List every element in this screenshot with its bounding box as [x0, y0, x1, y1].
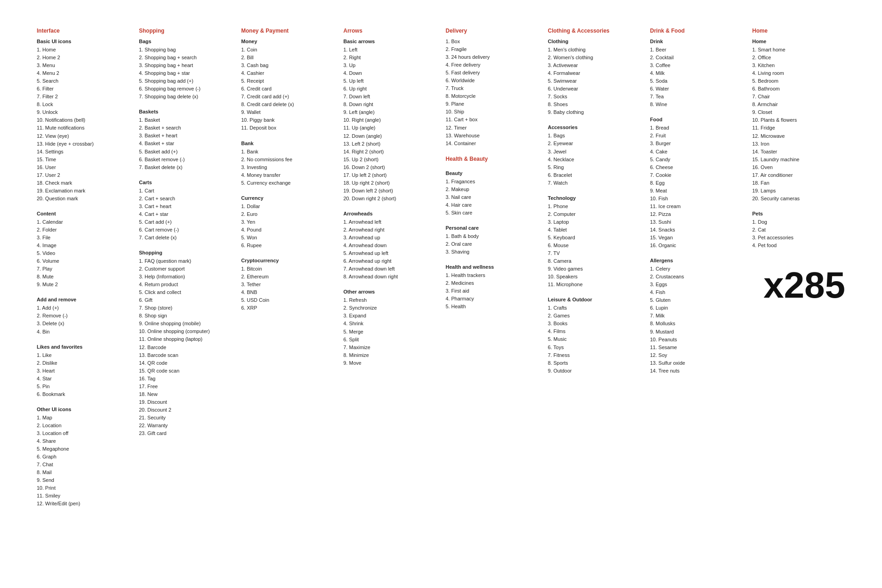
list-item: 7. Cookie	[650, 171, 743, 179]
list-item: 2. Ethereum	[241, 273, 334, 281]
list-item: 4. BNB	[241, 288, 334, 296]
list-item: 2. Computer	[548, 210, 641, 218]
list-item: 1. Fragances	[446, 178, 539, 186]
list-item: 16. User	[37, 164, 130, 171]
list-item: 2. Women's clothing	[548, 54, 641, 62]
list-item: 4. Cart + star	[139, 210, 232, 218]
column-7: HomeHome1. Smart home2. Office3. Kitchen…	[752, 28, 846, 516]
list-item: 6. Graph	[37, 453, 130, 461]
section-3-2: Other arrows1. Refresh2. Synchronize3. E…	[344, 289, 437, 367]
list-item: 7. Chair	[752, 93, 846, 101]
list-item: 1. Men's clothing	[548, 46, 641, 54]
list-item: 8. Mute	[37, 273, 130, 281]
list-item: 7. Basket delete (x)	[139, 164, 232, 171]
list-item: 3. Basket + heart	[139, 132, 232, 140]
item-list-5-3: 1. Crafts2. Games3. Books4. Films5. Musi…	[548, 304, 641, 374]
item-list-1-2: 1. Cart2. Cart + search3. Cart + heart4.…	[139, 187, 232, 242]
list-item: 9. Left (angle)	[344, 108, 437, 116]
item-list-5-0: 1. Men's clothing2. Women's clothing3. A…	[548, 46, 641, 116]
section-title-5-3: Leisure & Outdoor	[548, 297, 641, 302]
category-title-4: Delivery	[446, 28, 539, 34]
list-item: 6. Bookmark	[37, 390, 130, 398]
list-item: 3. Laptop	[548, 218, 641, 226]
section-5-2: Technology1. Phone2. Computer3. Laptop4.…	[548, 195, 641, 289]
section-title-6-2: Allergens	[650, 258, 743, 263]
section-title-5-0: Clothing	[548, 39, 641, 44]
list-item: 3. Kitchen	[752, 62, 846, 69]
list-item: 19. Discount	[139, 398, 232, 406]
list-item: 4. Living room	[752, 69, 846, 77]
list-item: 22. Warranty	[139, 422, 232, 430]
item-list-2-3: 1. Bitcoin2. Ethereum3. Tether4. BNB5. U…	[241, 265, 334, 312]
list-item: 9. Closet	[752, 108, 846, 116]
column-5: Clothing & AccessoriesClothing1. Men's c…	[548, 28, 641, 516]
list-item: 7. Socks	[548, 93, 641, 101]
list-item: 14. Toaster	[752, 148, 846, 156]
list-item: 4. Image	[37, 242, 130, 249]
list-item: 3. Pet accessories	[752, 234, 846, 242]
list-item: 2. Remove (-)	[37, 312, 130, 320]
list-item: 3. Activewear	[548, 62, 641, 69]
list-item: 12. Soy	[650, 351, 743, 359]
list-item: 1. Celery	[650, 265, 743, 273]
list-item: 6. Cart remove (-)	[139, 226, 232, 234]
list-item: 5. Arrowhead up left	[344, 249, 437, 257]
item-list-3-2: 1. Refresh2. Synchronize3. Expand4. Shri…	[344, 296, 437, 367]
list-item: 7. Tea	[650, 93, 743, 101]
list-item: 10. Peanuts	[650, 336, 743, 344]
item-list-6-1: 1. Bread2. Fruit3. Burger4. Cake5. Candy…	[650, 124, 743, 249]
list-item: 7. Shop (store)	[139, 304, 232, 312]
list-item: 5. Health	[446, 303, 539, 311]
list-item: 12. View (eye)	[37, 132, 130, 140]
section-1-0: Bags1. Shopping bag2. Shopping bag + sea…	[139, 39, 232, 101]
list-item: 6. Credit card	[241, 85, 334, 93]
list-item: 8. Down right	[344, 101, 437, 108]
list-item: 3. 24 hours delivery	[446, 53, 539, 61]
list-item: 3. Tether	[241, 281, 334, 288]
column-1: ShoppingBags1. Shopping bag2. Shopping b…	[139, 28, 232, 516]
section-4-2: Beauty1. Fragances2. Makeup3. Nail care4…	[446, 170, 539, 217]
list-item: 4. Films	[548, 328, 641, 335]
list-item: 13. Barcode scan	[139, 351, 232, 359]
section-5-3: Leisure & Outdoor1. Crafts2. Games3. Boo…	[548, 297, 641, 374]
list-item: 4. Milk	[650, 69, 743, 77]
list-item: 1. Bank	[241, 148, 334, 156]
item-list-4-3: 1. Bath & body2. Oral care3. Shaving	[446, 232, 539, 256]
list-item: 7. Shopping bag delete (x)	[139, 93, 232, 101]
list-item: 4. Cake	[650, 148, 743, 156]
section-title-4-4: Health and wellness	[446, 264, 539, 270]
section-4-3: Personal care1. Bath & body2. Oral care3…	[446, 225, 539, 256]
list-item: 14. Snacks	[650, 226, 743, 234]
list-item: 6. Bracelet	[548, 171, 641, 179]
list-item: 4. Return product	[139, 281, 232, 288]
list-item: 1. FAQ (question mark)	[139, 257, 232, 265]
list-item: 5. Won	[241, 234, 334, 242]
section-4-0: 1. Box2. Fragile3. 24 hours delivery4. F…	[446, 38, 539, 147]
list-item: 14. Right 2 (short)	[344, 148, 437, 156]
list-item: 5. Gluten	[650, 296, 743, 304]
list-item: 5. Keyboard	[548, 234, 641, 242]
column-6: Drink & FoodDrink1. Beer2. Cocktail3. Co…	[650, 28, 743, 516]
list-item: 8. Sports	[548, 359, 641, 367]
section-title-1-2: Carts	[139, 180, 232, 185]
column-4: Delivery1. Box2. Fragile3. 24 hours deli…	[446, 28, 539, 516]
category-title-7: Home	[752, 28, 846, 34]
list-item: 15. QR code scan	[139, 367, 232, 375]
list-item: 9. Unlock	[37, 108, 130, 116]
list-item: 1. Refresh	[344, 296, 437, 304]
item-list-2-0: 1. Coin2. Bill3. Cash bag4. Cashier5. Re…	[241, 46, 334, 132]
list-item: 3. Shopping bag + heart	[139, 62, 232, 69]
list-item: 4. Share	[37, 437, 130, 445]
list-item: 2. Bill	[241, 54, 334, 62]
list-item: 5. Skin care	[446, 209, 539, 217]
list-item: 3. Burger	[650, 140, 743, 147]
list-item: 12. Pizza	[650, 210, 743, 218]
section-2-2: Currency1. Dollar2. Euro3. Yen4. Pound5.…	[241, 195, 334, 249]
section-2-0: Money1. Coin2. Bill3. Cash bag4. Cashier…	[241, 39, 334, 132]
list-item: 9. Meat	[650, 187, 743, 195]
list-item: 20. Question mark	[37, 195, 130, 203]
section-title-7-0: Home	[752, 39, 846, 44]
category-title-0: Interface	[37, 28, 130, 34]
item-list-0-1: 1. Calendar2. Folder3. File4. Image5. Vi…	[37, 218, 130, 288]
list-item: 5. Swimwear	[548, 77, 641, 85]
